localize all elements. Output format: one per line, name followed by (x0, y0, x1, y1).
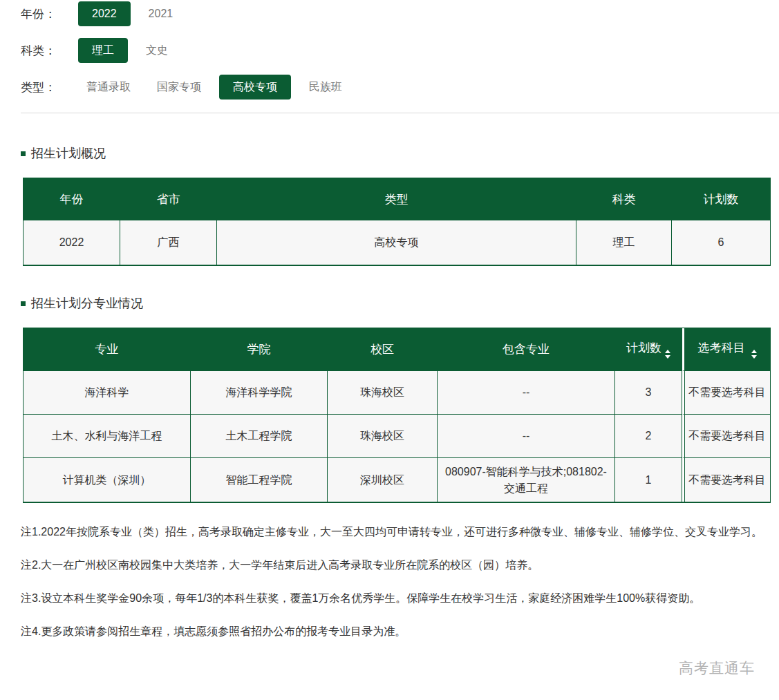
filter-row-subject-category: 科类： 理工 文史 (21, 38, 779, 63)
filter-row-year: 年份： 2022 2021 (21, 1, 779, 26)
type-option-national-special[interactable]: 国家专项 (149, 75, 209, 99)
cell-included-majors: 080907-智能科学与技术;081802-交通工程 (438, 458, 615, 502)
section-plan-overview: 招生计划概况 年份 省市 类型 科类 计划数 2022 广西 高校专项 (21, 145, 779, 266)
notes-block: 注1.2022年按院系专业（类）招生，高考录取确定主修专业，大一至大四均可申请转… (21, 521, 779, 643)
cell-campus: 珠海校区 (328, 415, 438, 458)
cell-year: 2022 (24, 220, 120, 265)
sort-icon (751, 350, 757, 359)
cell-exam-subjects: 不需要选考科目 (682, 415, 770, 458)
col-header-year: 年份 (24, 178, 120, 220)
note-3: 注3.设立本科生奖学金90余项，每年1/3的本科生获奖，覆盖1万余名优秀学生。保… (21, 587, 764, 609)
type-option-ethnic-class[interactable]: 民族班 (301, 75, 350, 99)
cell-major: 计算机类（深圳） (24, 458, 191, 502)
cell-plan-count: 3 (615, 371, 682, 415)
col-header-subject: 科类 (576, 178, 672, 220)
plan-by-major-table: 专业 学院 校区 包含专业 计划数 选考科目 海洋科学 海洋科学学院 珠海校区 … (23, 328, 771, 503)
col-header-college: 学院 (191, 328, 328, 371)
col-header-label: 计划数 (626, 341, 661, 354)
col-header-type: 类型 (217, 178, 576, 220)
col-header-exam-subjects-sortable[interactable]: 选考科目 (682, 328, 770, 371)
col-header-label: 选考科目 (698, 341, 745, 354)
table-row: 海洋科学 海洋科学学院 珠海校区 -- 3 不需要选考科目 (24, 371, 770, 415)
section-title-text: 招生计划概况 (31, 145, 106, 162)
col-header-major: 专业 (24, 328, 191, 371)
cell-included-majors: -- (438, 371, 615, 415)
cell-plan-count: 6 (672, 220, 770, 265)
cell-plan-count: 1 (615, 458, 682, 502)
type-options: 普通录取 国家专项 高校专项 民族班 (78, 75, 350, 99)
subject-option-science[interactable]: 理工 (78, 38, 128, 62)
cell-included-majors: -- (438, 415, 615, 458)
section-plan-by-major: 招生计划分专业情况 专业 学院 校区 包含专业 计划数 选考科目 海洋科学 (21, 295, 779, 503)
sort-icon (665, 350, 670, 359)
cell-college: 海洋科学学院 (191, 371, 328, 415)
filter-row-type: 类型： 普通录取 国家专项 高校专项 民族班 (21, 75, 779, 100)
year-options: 2022 2021 (78, 1, 181, 26)
cell-exam-subjects: 不需要选考科目 (682, 371, 770, 415)
cell-exam-subjects: 不需要选考科目 (682, 458, 770, 502)
square-bullet-icon (21, 301, 26, 306)
table-row: 计算机类（深圳） 智能工程学院 深圳校区 080907-智能科学与技术;0818… (24, 458, 770, 502)
col-header-included-majors: 包含专业 (438, 328, 615, 371)
col-header-province: 省市 (120, 178, 217, 220)
cell-major: 海洋科学 (24, 371, 191, 415)
year-option-2022[interactable]: 2022 (78, 1, 131, 26)
col-header-plan-count-sortable[interactable]: 计划数 (615, 328, 682, 371)
filter-label-type: 类型： (21, 79, 78, 95)
table-row: 土木、水利与海洋工程 土木工程学院 珠海校区 -- 2 不需要选考科目 (24, 415, 770, 458)
plan-overview-table: 年份 省市 类型 科类 计划数 2022 广西 高校专项 理工 6 (23, 178, 771, 266)
cell-campus: 珠海校区 (328, 371, 438, 415)
cell-province: 广西 (120, 220, 217, 265)
note-1: 注1.2022年按院系专业（类）招生，高考录取确定主修专业，大一至大四均可申请转… (21, 521, 764, 543)
col-header-plan-count: 计划数 (672, 178, 770, 220)
site-watermark: 高考直通车 (679, 659, 755, 678)
year-option-2021[interactable]: 2021 (140, 1, 182, 26)
cell-type: 高校专项 (217, 220, 576, 265)
section-title-majors: 招生计划分专业情况 (21, 295, 779, 312)
table-header-row: 年份 省市 类型 科类 计划数 (24, 178, 770, 220)
col-header-campus: 校区 (328, 328, 438, 371)
table-row: 2022 广西 高校专项 理工 6 (24, 220, 770, 265)
note-2: 注2.大一在广州校区南校园集中大类培养，大一学年结束后进入高考录取专业所在院系的… (21, 554, 764, 576)
note-4: 注4.更多政策请参阅招生章程，填志愿须参照省招办公布的报考专业目录为准。 (21, 621, 764, 643)
horizontal-divider (21, 113, 779, 113)
type-option-regular[interactable]: 普通录取 (78, 75, 139, 99)
subject-category-options: 理工 文史 (78, 38, 176, 62)
type-option-university-special[interactable]: 高校专项 (219, 75, 291, 99)
table-header-row: 专业 学院 校区 包含专业 计划数 选考科目 (24, 328, 770, 371)
cell-college: 土木工程学院 (191, 415, 328, 458)
square-bullet-icon (21, 151, 26, 156)
filter-label-subject-category: 科类： (21, 43, 78, 59)
cell-plan-count: 2 (615, 415, 682, 458)
cell-subject: 理工 (576, 220, 672, 265)
cell-major: 土木、水利与海洋工程 (24, 415, 191, 458)
cell-college: 智能工程学院 (191, 458, 328, 502)
section-title-text: 招生计划分专业情况 (31, 295, 143, 312)
cell-campus: 深圳校区 (328, 458, 438, 502)
admission-plan-page: 年份： 2022 2021 科类： 理工 文史 类型： 普通录取 国家专项 高校… (0, 0, 779, 643)
filter-label-year: 年份： (21, 6, 78, 22)
subject-option-liberal-arts[interactable]: 文史 (138, 38, 176, 62)
section-title-overview: 招生计划概况 (21, 145, 779, 162)
